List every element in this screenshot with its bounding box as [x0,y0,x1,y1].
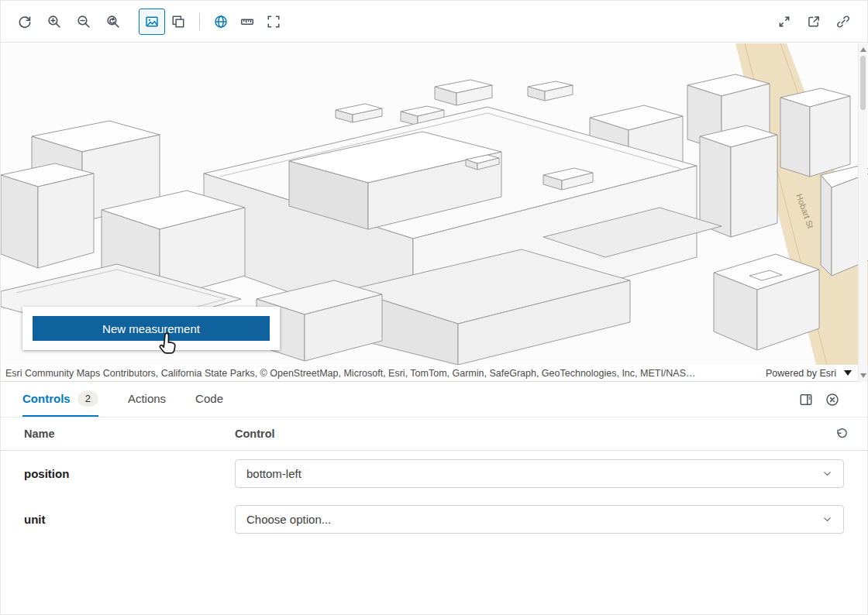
name-column-header: Name [24,428,235,440]
image-icon[interactable] [139,9,165,35]
chevron-down-icon [822,469,832,479]
unit-select-value: Choose option... [246,513,331,526]
measurement-widget: New measurement [22,307,280,350]
attribution-expand-icon[interactable] [844,370,852,376]
zoom-in-icon[interactable] [41,9,67,35]
sample-viewer-app: Hobart St New measurement Esri Community… [0,0,868,615]
tab-code-label: Code [195,392,223,405]
fullscreen-icon[interactable] [771,9,797,35]
new-measurement-button[interactable]: New measurement [33,316,270,341]
link-icon[interactable] [830,9,856,35]
panel-tab-bar: Controls 2 Actions Code [1,382,867,417]
control-row-unit: unit Choose option... [1,496,867,542]
zoom-reset-icon[interactable] [100,9,126,35]
control-name-label: unit [24,513,235,526]
map-attribution: Esri Community Maps Contributors, Califo… [1,365,858,382]
position-select-value: bottom-left [246,467,301,480]
toolbar-divider [199,13,200,30]
control-row-position: position bottom-left [1,451,867,496]
refresh-icon[interactable] [12,9,38,35]
panel-layout-icon[interactable] [793,387,819,413]
tab-code[interactable]: Code [195,382,223,417]
tab-controls-label: Controls [22,392,71,405]
vertical-scrollbar[interactable] [858,43,867,382]
reset-controls-icon[interactable] [830,422,853,445]
controls-panel: Controls 2 Actions Code [1,382,867,614]
scene-view[interactable]: Hobart St New measurement [1,43,868,365]
control-name-label: position [24,467,235,480]
position-select[interactable]: bottom-left [235,459,844,488]
powered-by-esri-link[interactable]: Powered by Esri [766,368,836,379]
globe-icon[interactable] [208,9,234,35]
scrollbar-down-icon[interactable] [860,373,866,378]
open-window-icon[interactable] [801,9,827,35]
measure-icon[interactable] [234,9,260,35]
controls-count-badge: 2 [78,391,98,407]
extent-icon[interactable] [260,9,287,35]
duplicate-icon[interactable] [165,9,191,35]
tab-controls[interactable]: Controls 2 [22,382,98,417]
attribution-text: Esri Community Maps Contributors, Califo… [5,368,755,379]
close-panel-icon[interactable] [819,387,846,413]
scrollbar-thumb[interactable] [860,56,866,110]
toolbar [1,1,867,43]
control-column-header: Control [235,428,830,440]
tab-actions[interactable]: Actions [128,382,166,417]
scrollbar-up-icon[interactable] [860,47,866,52]
chevron-down-icon [822,514,832,524]
controls-table-header: Name Control [1,417,867,451]
tab-actions-label: Actions [128,392,166,405]
unit-select[interactable]: Choose option... [235,505,844,534]
zoom-out-icon[interactable] [71,9,97,35]
